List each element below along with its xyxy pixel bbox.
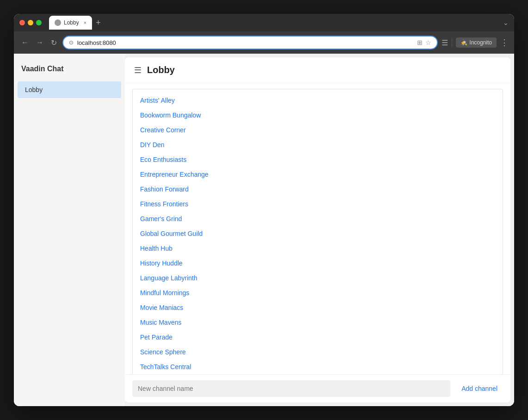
url-bar[interactable]: ⊙ localhost:8080 ⊞ ☆ <box>62 36 438 49</box>
channel-item[interactable]: Entrepreneur Exchange <box>133 167 503 182</box>
back-button[interactable]: ← <box>19 37 31 49</box>
incognito-label: Incognito <box>469 39 492 46</box>
active-tab[interactable]: Lobby × <box>49 16 92 30</box>
browser-window: Lobby × + ⌄ ← → ↻ ⊙ localhost:8080 ⊞ ☆ ☰… <box>14 14 514 406</box>
tab-close-button[interactable]: × <box>84 20 86 25</box>
channel-item[interactable]: Language Labyrinth <box>133 271 503 285</box>
channel-item[interactable]: Pet Parade <box>133 330 503 345</box>
new-channel-input[interactable] <box>132 380 450 397</box>
new-tab-button[interactable]: + <box>96 18 101 28</box>
qr-code-icon[interactable]: ⊞ <box>417 39 423 46</box>
more-options-button[interactable]: ⋮ <box>500 37 509 48</box>
forward-button[interactable]: → <box>34 37 45 49</box>
incognito-button[interactable]: 🕵 Incognito <box>456 37 497 48</box>
url-lock-icon: ⊙ <box>69 39 74 46</box>
add-channel-button[interactable]: Add channel <box>456 381 503 396</box>
channel-item[interactable]: DIY Den <box>133 137 503 152</box>
channel-item[interactable]: TechTalks Central <box>133 359 503 374</box>
tab-bar: Lobby × + <box>49 16 499 30</box>
tab-favicon <box>55 19 61 26</box>
app-content: Vaadin Chat Lobby ☰ Lobby Artists' Alley… <box>14 54 514 406</box>
traffic-lights <box>19 20 42 25</box>
bookmark-icon[interactable]: ☆ <box>425 39 431 46</box>
page-title: Lobby <box>147 65 175 75</box>
add-channel-bar: Add channel <box>125 374 510 402</box>
channel-item[interactable]: Bookworm Bungalow <box>133 108 503 123</box>
channel-item[interactable]: History Huddle <box>133 256 503 271</box>
close-button[interactable] <box>19 20 25 25</box>
channel-item[interactable]: Movie Maniacs <box>133 300 503 315</box>
window-controls-right[interactable]: ⌄ <box>503 19 509 26</box>
url-actions: ⊞ ☆ <box>417 39 431 46</box>
sidebar-item-label: Lobby <box>25 86 43 93</box>
title-bar: Lobby × + ⌄ <box>14 14 514 31</box>
address-bar-right: ☰ 🕵 Incognito ⋮ <box>442 37 509 48</box>
channel-item[interactable]: Mindful Mornings <box>133 285 503 300</box>
sidebar-item-lobby[interactable]: Lobby <box>18 81 121 98</box>
main-header: ☰ Lobby <box>125 57 510 83</box>
reader-mode-button[interactable]: ☰ <box>442 38 448 47</box>
url-text: localhost:8080 <box>77 39 413 46</box>
channel-item[interactable]: Eco Enthusiasts <box>133 152 503 167</box>
channel-item[interactable]: Fashion Forward <box>133 182 503 197</box>
channel-list-container: Artists' AlleyBookworm BungalowCreative … <box>125 83 510 374</box>
channel-item[interactable]: Science Sphere <box>133 345 503 359</box>
channel-item[interactable]: Music Mavens <box>133 315 503 330</box>
channel-item[interactable]: Creative Corner <box>133 123 503 137</box>
channel-item[interactable]: Artists' Alley <box>133 93 503 108</box>
channel-list: Artists' AlleyBookworm BungalowCreative … <box>132 89 503 374</box>
sidebar: Vaadin Chat Lobby <box>14 54 125 406</box>
channel-item[interactable]: Health Hub <box>133 241 503 256</box>
divider <box>452 38 452 47</box>
channel-item[interactable]: Global Gourmet Guild <box>133 226 503 241</box>
reload-button[interactable]: ↻ <box>49 37 59 49</box>
app-title: Vaadin Chat <box>14 61 125 80</box>
hamburger-menu-icon[interactable]: ☰ <box>134 65 141 75</box>
main-content: ☰ Lobby Artists' AlleyBookworm BungalowC… <box>125 57 510 402</box>
maximize-button[interactable] <box>36 20 42 25</box>
channel-item[interactable]: Gamer's Grind <box>133 211 503 226</box>
channel-item[interactable]: Fitness Frontiers <box>133 197 503 211</box>
minimize-button[interactable] <box>28 20 33 25</box>
tab-title: Lobby <box>64 19 79 26</box>
incognito-icon: 🕵 <box>460 39 467 46</box>
address-bar: ← → ↻ ⊙ localhost:8080 ⊞ ☆ ☰ 🕵 Incognito… <box>14 31 514 54</box>
